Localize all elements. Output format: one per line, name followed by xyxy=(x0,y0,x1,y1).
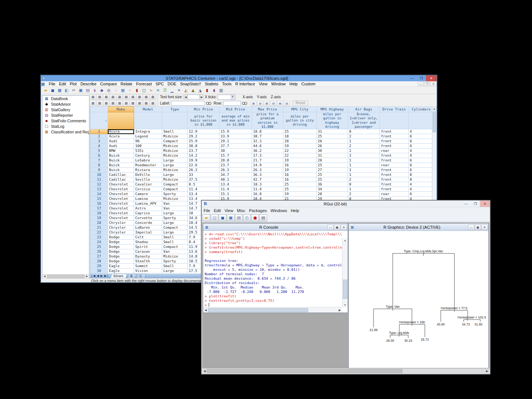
table-cell[interactable]: rear xyxy=(380,163,409,168)
box-plot-button[interactable]: ◫ xyxy=(140,87,147,93)
sidebar-item-statreporter[interactable]: ▤StatReporter xyxy=(42,112,89,118)
move-button[interactable]: ▦ xyxy=(116,94,123,100)
rgui-titlebar[interactable]: R RGui (32-bit) — ❐ ✕ xyxy=(202,201,490,207)
compile-button[interactable]: ◆ xyxy=(98,87,105,93)
table-cell[interactable]: Colt xyxy=(134,235,162,240)
menu-doe[interactable]: DOE xyxy=(166,82,178,86)
table-cell[interactable]: Legend xyxy=(134,134,162,139)
menu-relate[interactable]: Relate xyxy=(119,82,134,86)
row-number[interactable]: 27 xyxy=(91,254,108,259)
scroll-left-icon[interactable]: ◀ xyxy=(202,369,207,373)
sidebar-item-statgallery[interactable]: ▥StatGallery xyxy=(42,107,89,112)
table-cell[interactable]: 15.1 xyxy=(219,192,252,197)
close-button[interactable]: ✕ xyxy=(480,201,490,207)
pane-split-button[interactable]: ▦ xyxy=(150,94,156,100)
table-cell[interactable]: Dodge xyxy=(108,245,134,249)
table-cell[interactable]: 8.5 xyxy=(188,182,219,187)
table-cell[interactable]: 23.7 xyxy=(219,163,252,168)
table-cell[interactable]: Chevrolet xyxy=(108,206,134,211)
table-cell[interactable]: 4 xyxy=(409,182,434,187)
table-cell[interactable]: 22.6 xyxy=(188,163,219,168)
r-console-titlebar[interactable]: R R Console — ▣ ✕ xyxy=(203,224,348,231)
sheet-tab-b[interactable]: B xyxy=(127,274,137,278)
pick-arrow-button[interactable]: ▦ xyxy=(130,94,136,100)
stop-button[interactable]: ● xyxy=(251,214,259,221)
table-cell[interactable]: 18.8 xyxy=(252,129,283,134)
table-cell[interactable]: Buick xyxy=(108,158,134,163)
table-cell[interactable]: Small xyxy=(162,240,188,245)
table-cell[interactable]: 22 xyxy=(283,153,317,158)
table-cell[interactable]: 25 xyxy=(317,177,348,182)
table-cell[interactable]: 30 xyxy=(219,149,252,153)
scroll-thumb[interactable] xyxy=(208,308,308,312)
table-cell[interactable]: Large xyxy=(162,173,188,177)
row-number[interactable]: 26 xyxy=(91,249,108,254)
r-console-text[interactable]: > d<-read.csv("C:\\\\Users\\\\Neil\\\\Ap… xyxy=(205,232,342,307)
table-cell[interactable]: 0 xyxy=(348,129,380,134)
calculator-button[interactable]: ▥ xyxy=(218,87,225,93)
histogram-button[interactable]: ▮ xyxy=(133,87,140,93)
table-cell[interactable]: 11.4 xyxy=(219,187,252,192)
table-cell[interactable]: 29.1 xyxy=(219,139,252,144)
list-button[interactable]: ▦ xyxy=(143,100,149,106)
mdi-restore-button[interactable]: ❐ xyxy=(424,82,430,86)
z-zoom-in-button[interactable]: ⊕ xyxy=(277,101,283,106)
table-cell[interactable]: 1 xyxy=(348,173,380,177)
table-cell[interactable]: 19 xyxy=(283,144,317,149)
fit-points-button[interactable]: ▦ xyxy=(123,94,129,100)
snapstats-button[interactable]: ◮ xyxy=(197,87,204,93)
table-cell[interactable]: 1 xyxy=(348,139,380,144)
time-series-button[interactable]: ▁ xyxy=(168,87,175,93)
col-grid-button[interactable]: ▦ xyxy=(103,94,109,100)
table-cell[interactable]: Chevrolet xyxy=(108,192,134,197)
table-cell[interactable]: Van xyxy=(162,201,188,206)
table-cell[interactable]: 1 xyxy=(348,158,380,163)
label-input[interactable] xyxy=(171,101,205,106)
table-cell[interactable]: 15.7 xyxy=(219,153,252,158)
table-cell[interactable]: front xyxy=(380,187,409,192)
table-cell[interactable]: BMW xyxy=(108,149,134,153)
scroll-up-icon[interactable]: ▲ xyxy=(432,107,436,111)
table-cell[interactable]: Large xyxy=(162,163,188,168)
table-cell[interactable]: Century xyxy=(134,153,162,158)
table-cell[interactable]: Dodge xyxy=(108,254,134,259)
x-ticks-dropdown[interactable] xyxy=(218,95,235,100)
table-cell[interactable]: 16.8 xyxy=(252,192,283,197)
save-button[interactable]: ◼ xyxy=(49,87,56,93)
table-cell[interactable]: 33.9 xyxy=(219,134,252,139)
table-cell[interactable]: 32.3 xyxy=(252,139,283,144)
doe-button[interactable]: ▲ xyxy=(190,87,197,93)
close-button[interactable]: ✕ xyxy=(426,75,437,81)
table-cell[interactable]: Buick xyxy=(108,153,134,158)
table-cell[interactable]: Chevrolet xyxy=(108,182,134,187)
table-cell[interactable]: front xyxy=(380,173,409,177)
table-cell[interactable]: Chevrolet xyxy=(108,201,134,206)
table-cell[interactable]: 26 xyxy=(317,144,348,149)
menu-help[interactable]: Help xyxy=(287,82,300,86)
row-number[interactable]: 29 xyxy=(91,264,108,269)
probability-plot-button[interactable]: ∿ xyxy=(147,87,154,93)
table-cell[interactable]: Stealth xyxy=(134,259,162,264)
mdi-horizontal-scrollbar[interactable]: ◀ ▶ xyxy=(202,368,490,374)
x-zoom-out-button[interactable]: ⊖ xyxy=(257,101,263,106)
table-cell[interactable]: 11.4 xyxy=(188,187,219,192)
table-cell[interactable]: Chevrolet xyxy=(108,216,134,221)
table-cell[interactable]: Cavalier xyxy=(134,182,162,187)
table-cell[interactable]: 37.7 xyxy=(219,144,252,149)
row-number[interactable]: 7 xyxy=(91,158,108,163)
table-cell[interactable]: 36.2 xyxy=(252,149,283,153)
row-number[interactable]: 25 xyxy=(91,245,108,249)
table-cell[interactable]: 6 xyxy=(409,158,434,163)
table-cell[interactable]: rear xyxy=(380,149,409,153)
mdi-close-button[interactable]: ✕ xyxy=(430,82,436,86)
row-number[interactable]: 5 xyxy=(91,149,108,153)
next-sheet-icon[interactable]: ▶ xyxy=(100,274,103,278)
column-header-mpg-city[interactable]: MPG City xyxy=(283,107,317,112)
scroll-thumb[interactable] xyxy=(433,112,436,132)
table-cell[interactable]: Dodge xyxy=(108,235,134,240)
table-cell[interactable]: 100 xyxy=(134,144,162,149)
table-cell[interactable]: 1 xyxy=(348,187,380,192)
table-cell[interactable]: 8 xyxy=(409,177,434,182)
table-cell[interactable]: 19 xyxy=(283,158,317,163)
table-cell[interactable]: Small xyxy=(162,129,188,134)
